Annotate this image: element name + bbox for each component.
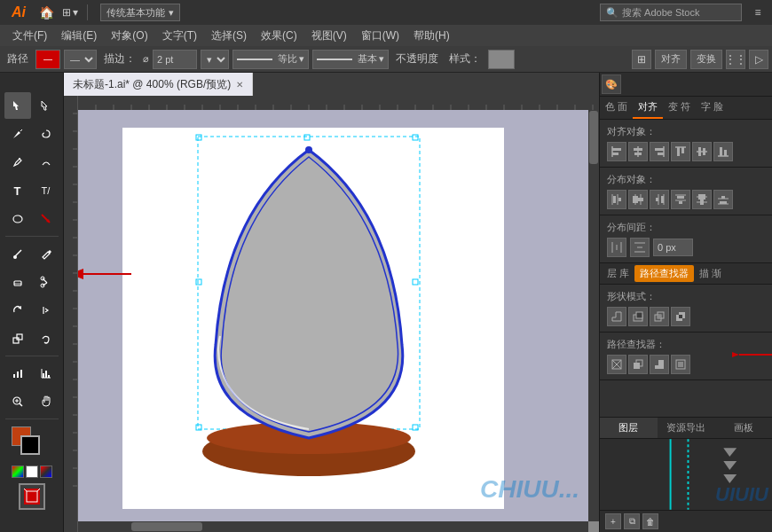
dist-center-h-btn[interactable] — [628, 190, 648, 209]
search-area[interactable]: 🔍 搜索 Adobe Stock — [600, 4, 742, 21]
shape-minus-btn[interactable] — [628, 307, 648, 326]
align-right-btn[interactable] — [650, 142, 669, 161]
zoom-tool[interactable] — [4, 388, 31, 415]
menu-view[interactable]: 视图(V) — [304, 25, 354, 46]
dist-bottom-btn[interactable] — [713, 190, 733, 209]
dist-horizontal-btn[interactable] — [607, 238, 626, 257]
type-tool[interactable]: T — [4, 177, 31, 204]
tab-close-button[interactable]: ✕ — [236, 80, 243, 90]
line-tool[interactable] — [33, 206, 59, 232]
active-tool-indicator[interactable] — [19, 483, 45, 510]
distribute-distance-input[interactable] — [653, 239, 693, 256]
layer-duplicate-btn[interactable]: ⧉ — [624, 513, 640, 529]
v-scrollbar[interactable] — [588, 110, 599, 521]
color-mode-none[interactable] — [40, 466, 52, 478]
color-tools — [12, 426, 52, 462]
align-center-v-btn[interactable] — [692, 142, 712, 161]
dist-top-btn[interactable] — [671, 190, 690, 209]
paintbrush-tool[interactable] — [4, 240, 31, 267]
svg-rect-109 — [724, 150, 727, 156]
align-top-btn[interactable] — [671, 142, 690, 161]
eraser-tool[interactable] — [4, 269, 31, 295]
stroke-style-select[interactable]: — — [64, 50, 97, 69]
more-panel-button[interactable]: ⋮⋮ — [726, 50, 745, 69]
menu-text[interactable]: 文字(T) — [155, 25, 204, 46]
dist-right-btn[interactable] — [650, 190, 669, 209]
scale-tool[interactable] — [4, 325, 31, 352]
menu-edit[interactable]: 编辑(E) — [54, 25, 104, 46]
layer-delete-btn[interactable]: 🗑 — [642, 513, 658, 529]
dist-center-v-btn[interactable] — [692, 190, 712, 209]
home-button[interactable]: 🏠 — [35, 2, 57, 23]
stroke-type2-dropdown[interactable]: 基本 ▾ — [312, 50, 389, 69]
align-left-btn[interactable] — [607, 142, 626, 161]
menu-window[interactable]: 窗口(W) — [354, 25, 406, 46]
lasso-tool[interactable] — [33, 121, 59, 147]
pathfinder-trim-btn[interactable] — [628, 355, 648, 374]
align-button[interactable]: 对齐 — [655, 50, 687, 69]
graph-tool[interactable] — [4, 360, 31, 387]
tab-align[interactable]: 对齐 — [633, 97, 663, 119]
ellipse-tool[interactable] — [4, 206, 31, 232]
menu-effect[interactable]: 效果(C) — [254, 25, 304, 46]
pathfinder-merge-btn[interactable] — [650, 355, 669, 374]
layer-new-btn[interactable]: + — [605, 513, 621, 529]
style-preview[interactable] — [488, 50, 515, 69]
warp-tool[interactable] — [33, 325, 59, 352]
stroke-unit-select[interactable]: ▾ — [201, 50, 229, 69]
canvas-tab-active[interactable]: 未标题-1.ai* @ 400% (RGB/预览) ✕ — [64, 73, 253, 96]
h-scrollbar[interactable] — [78, 521, 588, 532]
align-panel-button[interactable]: ⊞ — [632, 50, 651, 69]
color-mode-full[interactable] — [12, 466, 24, 478]
menu-object[interactable]: 对象(O) — [104, 25, 154, 46]
shape-unite-btn[interactable] — [607, 307, 626, 326]
more-options-button[interactable]: ≡ — [747, 2, 768, 23]
stroke-value-input[interactable] — [153, 50, 197, 69]
v-scrollbar-thumb[interactable] — [589, 111, 598, 164]
tab-layers-lib[interactable]: 层 库 — [603, 265, 633, 282]
stroke-color[interactable] — [20, 435, 40, 455]
pathfinder-divide-btn[interactable] — [607, 355, 626, 374]
stroke-color-picker[interactable]: — — [35, 50, 60, 69]
pen-tool[interactable] — [4, 149, 31, 176]
tab-stroke-grad[interactable]: 描 渐 — [696, 265, 725, 282]
reflect-tool[interactable] — [33, 297, 59, 324]
pencil-tool[interactable] — [33, 240, 59, 267]
selection-tool[interactable] — [4, 92, 31, 119]
direct-selection-tool[interactable] — [33, 92, 59, 119]
scissors-tool[interactable] — [33, 269, 59, 295]
menu-file[interactable]: 文件(F) — [5, 25, 54, 46]
shape-exclude-btn[interactable] — [671, 307, 690, 326]
stroke-type1-dropdown[interactable]: 等比 ▾ — [232, 50, 309, 69]
tab-char[interactable]: 字 脸 — [696, 97, 729, 119]
align-center-h-btn[interactable] — [628, 142, 648, 161]
panel-icon-1[interactable]: 🎨 — [602, 74, 621, 94]
tab-pathfinder-active[interactable]: 路径查找器 — [634, 265, 694, 282]
magic-wand-tool[interactable] — [4, 121, 31, 147]
tab-color[interactable]: 色 面 — [600, 97, 633, 119]
column-graph-tool[interactable] — [33, 360, 59, 387]
dist-left-btn[interactable] — [607, 190, 626, 209]
rotate-tool[interactable] — [4, 297, 31, 324]
h-scrollbar-thumb[interactable] — [131, 522, 202, 531]
type-on-path-tool[interactable]: T/ — [33, 177, 59, 204]
menu-select[interactable]: 选择(S) — [204, 25, 254, 46]
drawing-surface[interactable]: CHIUU... — [78, 96, 599, 532]
arrange-button[interactable]: ⊞▾ — [59, 6, 82, 19]
layer-tab-artboards[interactable]: 画板 — [714, 418, 772, 438]
tab-transform[interactable]: 变 符 — [663, 97, 696, 119]
dist-vertical-btn[interactable] — [630, 238, 650, 257]
shape-intersect-btn[interactable] — [650, 307, 669, 326]
hand-tool[interactable] — [33, 388, 59, 415]
layer-tab-layers[interactable]: 图层 — [600, 418, 658, 438]
curvature-tool[interactable] — [33, 149, 59, 176]
artboard-container[interactable]: CHIUU... — [78, 110, 588, 521]
expand-button[interactable]: ▷ — [749, 50, 768, 69]
menu-help[interactable]: 帮助(H) — [406, 25, 457, 46]
workspace-selector[interactable]: 传统基本功能 ▾ — [100, 4, 180, 21]
transform-button[interactable]: 变换 — [690, 50, 722, 69]
layer-tab-assets[interactable]: 资源导出 — [658, 418, 715, 438]
pathfinder-crop-btn[interactable] — [671, 355, 690, 374]
align-bottom-btn[interactable] — [713, 142, 733, 161]
color-mode-white[interactable] — [26, 466, 38, 478]
